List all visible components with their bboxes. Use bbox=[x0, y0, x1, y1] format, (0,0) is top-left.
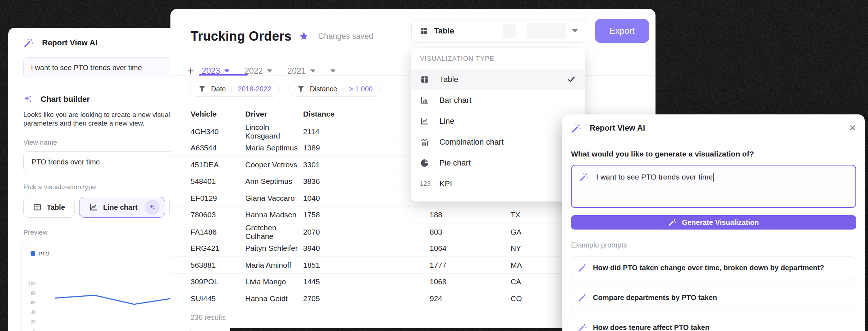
close-icon[interactable]: ✕ bbox=[849, 124, 856, 132]
prompt-text: I want to see PTO trends over time bbox=[596, 172, 714, 182]
tab-2021[interactable]: 2021 bbox=[287, 66, 315, 76]
chip-divider: | bbox=[231, 85, 233, 93]
filter-chip-row: Date | 2018-2022 Distance | > 1,000 bbox=[190, 81, 381, 97]
kpi-123-icon: 123 bbox=[420, 180, 429, 187]
legend-series-label: PTO bbox=[38, 250, 50, 257]
export-button[interactable]: Export bbox=[595, 19, 649, 43]
svg-text:20: 20 bbox=[31, 319, 36, 325]
faded-placeholder-element bbox=[527, 23, 566, 39]
date-filter-chip[interactable]: Date | 2018-2022 bbox=[190, 81, 280, 97]
column-header[interactable]: Driver bbox=[245, 110, 303, 118]
tab-2022[interactable]: 2022 bbox=[245, 66, 272, 76]
add-tab-button[interactable]: + bbox=[187, 64, 202, 78]
chart-legend: PTO bbox=[31, 250, 50, 257]
viz-type-table-label: Table bbox=[47, 203, 65, 212]
filter-funnel-icon bbox=[198, 85, 206, 93]
magic-wand-icon bbox=[668, 218, 677, 227]
viz-type-line-chart-label: Line chart bbox=[103, 203, 138, 212]
chevron-down-icon bbox=[330, 69, 335, 73]
screenshot-stage: Report View AI Chart builder Looks like … bbox=[0, 0, 868, 331]
tab-2023[interactable]: 2023 bbox=[202, 66, 229, 76]
chevron-down-icon bbox=[572, 29, 578, 33]
svg-text:60: 60 bbox=[31, 300, 36, 305]
filter-label: Date bbox=[211, 85, 226, 93]
line-chart-icon bbox=[420, 117, 429, 126]
legend-color-swatch bbox=[31, 251, 35, 256]
viz-type-table-button[interactable]: Table bbox=[23, 197, 75, 218]
example-prompt-text: Compare departments by PTO taken bbox=[593, 294, 717, 302]
report-view-ai-modal: Report View AI ✕ What would you like to … bbox=[562, 114, 865, 331]
dropdown-item-kpi[interactable]: 123 KPI bbox=[411, 173, 585, 194]
example-prompts-label: Example prompts bbox=[571, 241, 856, 249]
column-header[interactable]: Vehicle bbox=[191, 110, 245, 118]
chart-builder-title: Chart builder bbox=[41, 95, 90, 104]
dropdown-item-label: Bar chart bbox=[439, 96, 471, 105]
tab-label: 2022 bbox=[245, 66, 263, 76]
visualization-type-selector[interactable]: Table bbox=[411, 19, 586, 43]
faded-placeholder-element bbox=[503, 24, 516, 38]
magic-wand-icon bbox=[578, 263, 587, 272]
svg-text:80: 80 bbox=[31, 291, 36, 296]
line-chart-icon bbox=[89, 203, 98, 212]
page-title: Trucking Orders bbox=[191, 29, 292, 44]
example-prompt-text: How did PTO taken change over time, brok… bbox=[593, 264, 824, 272]
magic-wand-icon bbox=[578, 293, 587, 302]
dropdown-item-bar-chart[interactable]: Bar chart bbox=[411, 90, 585, 111]
svg-text:40: 40 bbox=[31, 310, 36, 315]
ai-prompt-textarea[interactable]: I want to see PTO trends over time bbox=[571, 165, 856, 208]
selected-viz-type-label: Table bbox=[434, 26, 454, 36]
chart-preview-card: PTO 0204060801002019202020212022 bbox=[22, 243, 191, 331]
filter-value: > 1,000 bbox=[349, 85, 373, 93]
tab-overflow[interactable] bbox=[330, 69, 335, 73]
table-icon bbox=[33, 203, 42, 212]
svg-text:0: 0 bbox=[33, 329, 36, 331]
modal-question: What would you like to generate a visual… bbox=[571, 150, 856, 158]
ai-suggested-badge bbox=[145, 200, 160, 215]
left-panel-title: Report View AI bbox=[42, 38, 97, 47]
checkmark-icon bbox=[567, 75, 576, 84]
visualization-type-dropdown: VISUALIZATION TYPE Table Bar chart L bbox=[411, 48, 585, 201]
chevron-down-icon bbox=[267, 69, 272, 73]
year-tabs: + 2023 2022 2021 bbox=[187, 63, 351, 79]
example-prompt-item[interactable]: Compare departments by PTO taken bbox=[571, 286, 856, 309]
example-prompt-item[interactable]: How does tenure affect PTO taken bbox=[571, 316, 856, 331]
distance-filter-chip[interactable]: Distance | > 1,000 bbox=[289, 81, 381, 97]
modal-title: Report View AI bbox=[590, 123, 645, 133]
filter-label: Distance bbox=[310, 85, 337, 93]
dropdown-item-label: Pie chart bbox=[439, 158, 471, 168]
dropdown-item-table[interactable]: Table bbox=[411, 69, 585, 90]
dropdown-item-label: Line bbox=[439, 117, 454, 126]
save-status-text: Changes saved bbox=[318, 32, 373, 41]
filter-value: 2018-2022 bbox=[238, 85, 271, 93]
bar-chart-icon bbox=[420, 96, 429, 105]
generate-button-label: Generate Visualization bbox=[682, 218, 759, 227]
filter-funnel-icon bbox=[297, 85, 305, 93]
favorite-star-icon[interactable] bbox=[299, 31, 309, 41]
chip-divider: | bbox=[342, 85, 344, 93]
dropdown-item-pie-chart[interactable]: Pie chart bbox=[411, 153, 585, 173]
generate-visualization-button[interactable]: Generate Visualization bbox=[571, 215, 856, 230]
dropdown-item-combination-chart[interactable]: Combination chart bbox=[411, 132, 585, 153]
tab-label: 2021 bbox=[287, 66, 306, 76]
dropdown-item-label: Combination chart bbox=[439, 137, 504, 147]
dropdown-item-label: KPI bbox=[439, 179, 452, 189]
dropdown-item-line[interactable]: Line bbox=[411, 111, 585, 132]
magic-wand-icon bbox=[23, 37, 34, 48]
sparkles-icon bbox=[23, 95, 33, 104]
text-cursor bbox=[713, 173, 714, 182]
pie-chart-icon bbox=[420, 158, 429, 168]
table-icon bbox=[420, 75, 429, 84]
table-icon bbox=[420, 26, 428, 36]
combination-chart-icon bbox=[420, 137, 429, 147]
magic-wand-icon bbox=[579, 172, 589, 182]
chevron-down-icon bbox=[224, 69, 229, 73]
chevron-down-icon bbox=[310, 69, 315, 73]
dropdown-item-label: Table bbox=[439, 75, 458, 84]
magic-wand-icon bbox=[578, 323, 587, 331]
example-prompt-text: How does tenure affect PTO taken bbox=[593, 323, 709, 331]
dropdown-section-header: VISUALIZATION TYPE bbox=[411, 55, 585, 66]
svg-text:100: 100 bbox=[28, 281, 36, 286]
sparkles-icon bbox=[148, 203, 156, 211]
example-prompt-item[interactable]: How did PTO taken change over time, brok… bbox=[571, 256, 856, 279]
viz-type-line-chart-button[interactable]: Line chart bbox=[79, 197, 165, 218]
